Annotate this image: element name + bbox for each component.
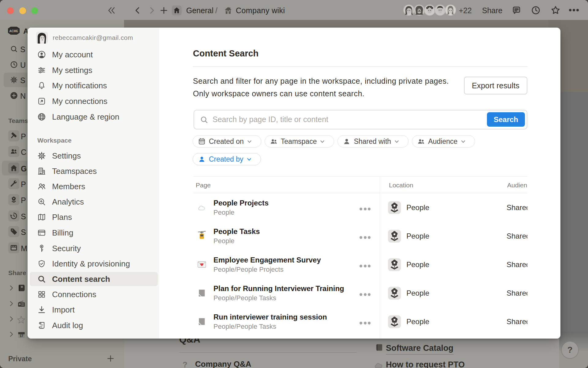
svg-text:ACME: ACME: [9, 29, 18, 33]
svg-text:17: 17: [20, 334, 23, 338]
